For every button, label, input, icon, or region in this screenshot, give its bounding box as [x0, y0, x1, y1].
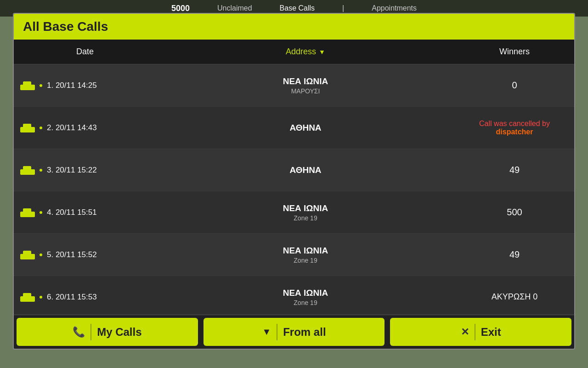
taxi-dot: [40, 211, 42, 214]
bottom-bar: 📞 My Calls ▼ From all ✕ Exit: [14, 315, 574, 349]
svg-rect-6: [23, 166, 31, 170]
main-panel: All Base Calls Date Address ▼ Winners 1.…: [13, 13, 575, 350]
taxi-dot: [40, 253, 42, 256]
svg-rect-8: [23, 208, 31, 213]
row-2-date: 2. 20/11 14:43: [14, 119, 156, 137]
svg-rect-10: [23, 251, 31, 255]
row-2-address: ΑΘΗΝΑ: [156, 118, 455, 138]
from-all-label: From all: [283, 326, 326, 339]
table-body: 1. 20/11 14:25 ΝΕΑ ΙΩΝΙΑ ΜΑΡΟΥΣΙ 0 2. 20…: [14, 64, 574, 315]
row-4-date: 4. 20/11 15:51: [14, 203, 156, 222]
taxi-icon: [20, 166, 35, 175]
row-2-winners: Call was cancelled by dispatcher: [455, 115, 574, 141]
cancelled-text: Call was cancelled by dispatcher: [461, 120, 568, 136]
table-row[interactable]: 6. 20/11 15:53 ΝΕΑ ΙΩΝΙΑ Zone 19 ΑΚΥΡΩΣΗ…: [14, 276, 574, 315]
close-icon: ✕: [461, 326, 469, 338]
row-6-date: 6. 20/11 15:53: [14, 288, 156, 306]
row-5-date: 5. 20/11 15:52: [14, 246, 156, 264]
sort-arrow-icon: ▼: [319, 48, 325, 56]
akyrosi-label: ΑΚΥΡΩΣΗ 0: [492, 292, 538, 302]
taxi-icon: [20, 293, 35, 302]
row-6-winners: ΑΚΥΡΩΣΗ 0: [455, 288, 574, 306]
panel-title: All Base Calls: [14, 14, 574, 40]
my-calls-label: My Calls: [97, 326, 141, 339]
btn-divider: [90, 324, 91, 340]
taxi-icon: [20, 250, 35, 259]
taxi-dot: [40, 126, 42, 129]
taxi-icon: [20, 123, 35, 132]
row-5-winners: 49: [455, 245, 574, 264]
table-row[interactable]: 4. 20/11 15:51 ΝΕΑ ΙΩΝΙΑ Zone 19 500: [14, 191, 574, 234]
row-3-address: ΑΘΗΝΑ: [156, 161, 455, 180]
row-6-address: ΝΕΑ ΙΩΝΙΑ Zone 19: [156, 283, 455, 311]
row-3-winners: 49: [455, 160, 574, 180]
taxi-dot: [40, 84, 42, 87]
btn-divider: [277, 324, 277, 340]
row-4-address: ΝΕΑ ΙΩΝΙΑ Zone 19: [156, 199, 455, 226]
nav-base-calls[interactable]: Base Calls: [280, 4, 315, 12]
nav-appointments[interactable]: Appointments: [372, 4, 417, 12]
row-4-winners: 500: [455, 202, 574, 222]
table-row[interactable]: 5. 20/11 15:52 ΝΕΑ ΙΩΝΙΑ Zone 19 49: [14, 234, 574, 276]
taxi-dot: [40, 169, 42, 172]
btn-divider: [475, 324, 475, 340]
row-1-winners: 0: [455, 75, 574, 95]
row-3-date: 3. 20/11 15:22: [14, 161, 156, 179]
table-row[interactable]: 1. 20/11 14:25 ΝΕΑ ΙΩΝΙΑ ΜΑΡΟΥΣΙ 0: [14, 64, 574, 107]
row-1-address: ΝΕΑ ΙΩΝΙΑ ΜΑΡΟΥΣΙ: [156, 72, 455, 99]
svg-rect-4: [23, 124, 31, 128]
taxi-icon: [20, 81, 35, 90]
col-header-address[interactable]: Address ▼: [156, 40, 455, 64]
row-1-date: 1. 20/11 14:25: [14, 76, 156, 95]
col-header-date: Date: [14, 40, 156, 64]
svg-rect-12: [23, 293, 31, 297]
exit-button[interactable]: ✕ Exit: [390, 318, 571, 346]
taxi-dot: [40, 296, 42, 299]
row-5-address: ΝΕΑ ΙΩΝΙΑ Zone 19: [156, 241, 455, 269]
phone-icon: 📞: [73, 326, 85, 338]
my-calls-button[interactable]: 📞 My Calls: [17, 318, 198, 346]
dispatcher-label: dispatcher: [496, 128, 533, 136]
col-header-winners: Winners: [455, 40, 574, 64]
nav-unclaimed[interactable]: Unclaimed: [217, 4, 252, 12]
nav-number: 5000: [171, 4, 190, 13]
filter-icon: ▼: [262, 327, 271, 337]
table-row[interactable]: 2. 20/11 14:43 ΑΘΗΝΑ Call was cancelled …: [14, 107, 574, 149]
table-row[interactable]: 3. 20/11 15:22 ΑΘΗΝΑ 49: [14, 149, 574, 191]
svg-rect-1: [23, 81, 31, 86]
from-all-button[interactable]: ▼ From all: [204, 318, 385, 346]
exit-label: Exit: [481, 326, 501, 339]
taxi-icon: [20, 208, 35, 217]
table-header: Date Address ▼ Winners: [14, 40, 574, 64]
